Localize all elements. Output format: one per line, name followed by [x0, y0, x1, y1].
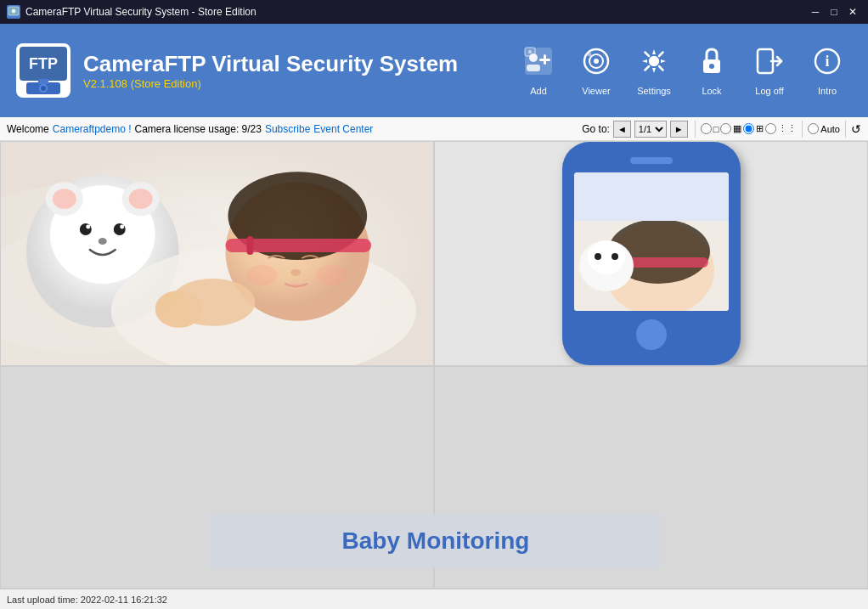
logoff-icon: [754, 46, 785, 82]
lock-label: Lock: [702, 86, 721, 96]
add-label: Add: [530, 86, 547, 96]
intro-label: Intro: [818, 86, 837, 96]
svg-point-59: [588, 240, 625, 274]
nav-lock[interactable]: Lock: [685, 39, 739, 103]
svg-point-19: [588, 52, 592, 56]
svg-point-40: [99, 238, 107, 245]
logo-section: FTP CameraFTP Virtual Security System V2…: [14, 41, 511, 100]
svg-point-53: [170, 292, 182, 301]
next-page-button[interactable]: ►: [670, 121, 688, 138]
nav-add[interactable]: Add: [511, 39, 566, 103]
license-text: Camera license usage: 9/23: [135, 123, 262, 135]
status-bar: Welcome Cameraftpdemo ! Camera license u…: [0, 117, 868, 141]
prev-page-button[interactable]: ◄: [613, 121, 631, 138]
svg-rect-8: [38, 79, 48, 84]
svg-point-39: [120, 225, 124, 229]
svg-point-23: [709, 64, 714, 69]
page-select[interactable]: 1/1: [634, 121, 667, 138]
view-3x3-radio[interactable]: [765, 123, 776, 134]
header: FTP CameraFTP Virtual Security System V2…: [0, 24, 868, 117]
logo-icon: FTP: [14, 41, 73, 100]
view-auto-radio[interactable]: [808, 123, 819, 134]
logoff-label: Log off: [755, 86, 783, 96]
divider2: [802, 121, 803, 138]
lock-icon: [696, 46, 727, 82]
view-1x2-radio[interactable]: [720, 123, 731, 134]
app-title: CameraFTP Virtual Security System: [83, 51, 458, 77]
app-icon: [7, 5, 20, 19]
svg-point-37: [114, 223, 126, 235]
svg-point-36: [80, 223, 92, 235]
refresh-button[interactable]: ↺: [851, 122, 861, 136]
svg-point-60: [595, 253, 601, 260]
auto-label: Auto: [820, 124, 840, 134]
view-2x2-radio[interactable]: [743, 123, 754, 134]
minimize-button[interactable]: ─: [807, 3, 824, 20]
view-1x1-radio[interactable]: [701, 123, 712, 134]
baby-image: [1, 142, 433, 365]
svg-point-1: [12, 9, 16, 14]
svg-point-38: [86, 225, 90, 229]
svg-point-15: [528, 50, 532, 54]
window-controls[interactable]: ─ □ ✕: [807, 3, 861, 20]
intro-icon: i: [812, 46, 843, 82]
maximize-button[interactable]: □: [826, 3, 843, 20]
viewer-icon: [581, 46, 612, 82]
view-1x2[interactable]: ▦: [720, 123, 741, 134]
settings-icon: [639, 46, 669, 82]
title-bar: CameraFTP Virtual Security System - Stor…: [0, 0, 868, 24]
svg-point-47: [246, 265, 277, 285]
divider3: [845, 121, 846, 138]
close-button[interactable]: ✕: [844, 3, 861, 20]
svg-rect-11: [527, 65, 540, 71]
svg-point-18: [594, 59, 599, 64]
username-link[interactable]: Cameraftpdemo !: [53, 123, 132, 135]
add-icon: [523, 46, 554, 82]
app-version: V2.1.108 (Store Edition): [83, 77, 458, 90]
svg-point-34: [53, 189, 76, 209]
settings-label: Settings: [637, 86, 671, 96]
camera-cell-1: [0, 141, 434, 366]
svg-text:i: i: [825, 53, 829, 70]
event-center-link[interactable]: Event Center: [313, 123, 373, 135]
phone-screen: [574, 172, 729, 311]
viewer-label: Viewer: [582, 86, 610, 96]
phone-screen-top: [574, 172, 729, 221]
subscribe-link[interactable]: Subscribe: [265, 123, 310, 135]
svg-point-46: [290, 269, 301, 276]
view-options: □ ▦ ⊞ ⋮⋮ Auto ↺: [691, 121, 861, 138]
goto-label: Go to:: [582, 123, 610, 135]
phone-screen-image: [574, 221, 729, 311]
view-1x1[interactable]: □: [701, 123, 719, 134]
svg-point-35: [129, 189, 153, 209]
bottom-banner: Baby Monitoring: [211, 514, 661, 568]
nav-intro[interactable]: i Intro: [800, 39, 854, 103]
nav-viewer[interactable]: Viewer: [569, 39, 623, 103]
view-auto[interactable]: Auto: [808, 123, 840, 134]
window-title: CameraFTP Virtual Security System - Stor…: [25, 6, 256, 18]
svg-rect-13: [539, 59, 550, 61]
phone-speaker: [630, 157, 673, 164]
banner-text: Baby Monitoring: [342, 527, 530, 554]
logo-text: CameraFTP Virtual Security System V2.1.1…: [83, 51, 458, 90]
nav-toolbar: Add Viewer: [511, 39, 854, 103]
svg-point-7: [41, 86, 46, 91]
phone-home-button: [636, 319, 667, 350]
nav-settings[interactable]: Settings: [627, 39, 681, 103]
last-upload-text: Last upload time: 2022-02-11 16:21:32: [7, 595, 167, 605]
svg-point-61: [612, 253, 618, 260]
view-2x2[interactable]: ⊞: [743, 123, 764, 134]
svg-text:FTP: FTP: [29, 55, 58, 72]
svg-point-48: [316, 265, 347, 285]
bottom-status: Last upload time: 2022-02-11 16:21:32: [0, 589, 868, 609]
divider1: [695, 121, 696, 138]
title-bar-left: CameraFTP Virtual Security System - Stor…: [7, 5, 256, 19]
camera-feed-1: [1, 142, 433, 365]
nav-logoff[interactable]: Log off: [742, 39, 797, 103]
phone-mockup: [562, 142, 741, 365]
welcome-text: Welcome: [7, 123, 49, 135]
svg-rect-45: [246, 236, 253, 255]
view-3x3[interactable]: ⋮⋮: [765, 123, 797, 134]
goto-section: Go to: ◄ 1/1 ► □ ▦ ⊞ ⋮⋮: [582, 121, 861, 138]
phone-cell: [434, 141, 868, 366]
